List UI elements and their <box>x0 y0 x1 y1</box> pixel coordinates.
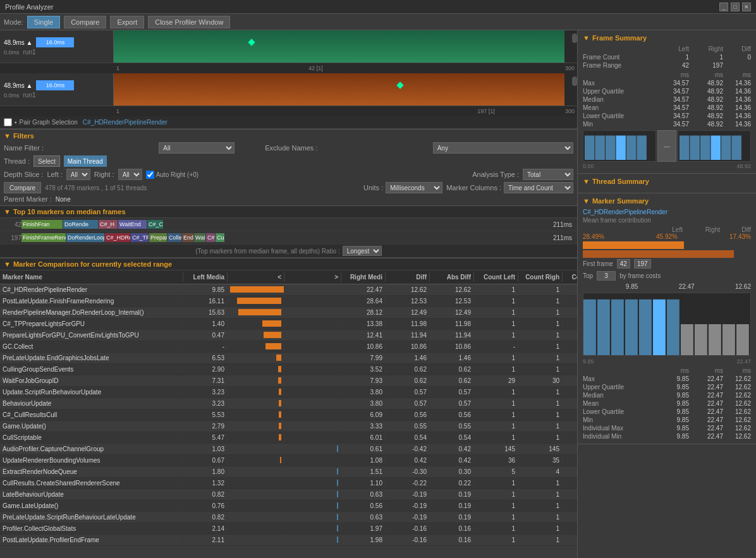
marker-columns-select[interactable]: Time and Count <box>504 182 573 193</box>
td-count-left: 1 <box>474 513 518 521</box>
close-btn[interactable]: ✕ <box>742 3 751 11</box>
table-row[interactable]: C#_TPPrepareLightsForGPU 1.40 13.38 11.9… <box>0 318 577 330</box>
td-left-media: 5.47 <box>183 434 228 442</box>
td-bar-right <box>284 346 341 348</box>
timeline-scrollbar1[interactable] <box>564 30 577 63</box>
td-diff: -0.22 <box>386 479 430 487</box>
close-profiler-btn[interactable]: Close Profiler Window <box>148 16 230 28</box>
timeline-marker-diamond1 <box>248 39 255 45</box>
compare-mode-btn[interactable]: Compare <box>64 16 106 28</box>
maximize-btn[interactable]: □ <box>731 3 740 11</box>
table-row[interactable]: Update.ScriptRunBehaviourUpdate 3.23 3.8… <box>0 387 577 398</box>
fs-uq-right: 48.92 <box>692 88 723 95</box>
td-abs-diff: 0.19 <box>430 513 474 521</box>
svg-rect-15 <box>625 300 638 355</box>
table-row[interactable]: CullingGroupSendEvents 2.90 3.52 0.62 0.… <box>0 364 577 375</box>
col-right-media[interactable]: Right Medi <box>341 272 386 282</box>
table-row[interactable]: PreLateUpdate.ScriptRunBehaviourLateUpda… <box>0 512 577 523</box>
col-diff[interactable]: Diff <box>386 272 430 282</box>
table-row[interactable]: CullResults.CreateSharedRendererScene 1.… <box>0 478 577 489</box>
marker-bar-197: FinishFrameRende DoRenderLoop_Ir C#_HDRe… <box>21 233 546 243</box>
analysis-type-select[interactable]: Total <box>523 169 573 180</box>
table-row[interactable]: PostLateUpdate.ProfilerEndFrame 2.11 1.9… <box>0 535 577 546</box>
table-row[interactable]: Game.LateUpdate() 0.76 0.56 -0.19 0.19 1… <box>0 500 577 512</box>
scrollbar-thumb2[interactable] <box>572 76 577 86</box>
table-row[interactable]: Profiler.CollectGlobalStats 2.14 1.97 -0… <box>0 523 577 535</box>
ratio-select[interactable]: Longest <box>343 246 382 256</box>
td-left-media: 3.23 <box>183 388 228 396</box>
td-count-delta: 0 <box>563 388 577 396</box>
pair-graph-checkbox[interactable] <box>4 118 12 126</box>
exclude-names-select[interactable]: Any <box>433 142 573 154</box>
window-controls[interactable]: _ □ ✕ <box>719 3 751 11</box>
marker-bar-42: FinishFran DoRende C#_H WaitEnd C#_Cu <box>21 219 546 229</box>
timeline-ticks2: 1 197 [1] 300 <box>0 106 577 116</box>
td-bar-right <box>284 513 341 522</box>
marker-summary-grid: Left Right Diff <box>583 226 751 233</box>
td-left-media: 1.32 <box>183 479 228 487</box>
single-mode-btn[interactable]: Single <box>27 16 61 28</box>
td-count-left: 1 <box>474 536 518 544</box>
col-bar-left[interactable]: < <box>228 272 284 282</box>
table-row[interactable]: RenderPipelineManager.DoRenderLoop_Inter… <box>0 307 577 318</box>
seg197-endc: EndC <box>182 233 193 242</box>
mst-mean-label: Mean <box>583 400 655 407</box>
fs-lq-diff: 14.36 <box>726 112 751 119</box>
units-select[interactable]: Milliseconds <box>386 182 442 193</box>
compare-btn[interactable]: Compare <box>4 182 41 193</box>
fsg-ms-right: ms <box>692 71 723 78</box>
mst-max-left: 9.85 <box>657 375 689 382</box>
seg-dorende: DoRende <box>63 220 98 229</box>
table-row[interactable]: Game.Update() 2.79 3.33 0.55 0.55 1 1 0 <box>0 421 577 432</box>
col-count-delta[interactable]: Count Delt <box>563 272 577 282</box>
export-btn[interactable]: Export <box>110 16 144 28</box>
td-abs-diff: 12.49 <box>430 308 474 317</box>
table-row[interactable]: C#_CullResultsCull 5.53 6.09 0.56 0.56 1… <box>0 409 577 421</box>
table-row[interactable]: CullScriptable 5.47 6.01 0.54 0.54 1 1 0 <box>0 432 577 444</box>
td-left-media: 0.67 <box>183 456 228 464</box>
col-abs-diff[interactable]: Abs Diff <box>430 272 474 282</box>
timeline-canvas1[interactable] <box>114 30 577 63</box>
depth-right-select[interactable]: All <box>118 169 142 180</box>
col-count-left[interactable]: Count Left <box>474 272 518 282</box>
auto-right-checkbox[interactable] <box>146 171 154 179</box>
scrollbar-thumb1[interactable] <box>572 33 577 43</box>
col-marker-name[interactable]: Marker Name <box>0 272 183 282</box>
table-row[interactable]: BehaviourUpdate 3.23 3.80 0.57 0.57 1 1 … <box>0 398 577 409</box>
auto-right-label[interactable]: Auto Right (+0) <box>146 171 199 179</box>
mst-median-right: 22.47 <box>692 392 723 399</box>
col-count-right[interactable]: Count Righ <box>518 272 563 282</box>
svg-rect-6 <box>680 136 689 161</box>
thread-select-btn[interactable]: Select <box>34 155 60 167</box>
name-filter-select[interactable]: All <box>159 142 235 154</box>
table-row[interactable]: PreLateUpdate.EndGraphicsJobsLate 6.53 7… <box>0 353 577 364</box>
fs-frame-count-label: Frame Count <box>583 54 655 61</box>
fs-frame-count-left: 1 <box>657 54 689 61</box>
table-row[interactable]: PrepareLightsForGPU_ConvertEnvLightsToGP… <box>0 330 577 341</box>
td-count-right: 1 <box>518 490 563 499</box>
td-bar-left <box>228 528 284 530</box>
table-row[interactable]: PostLateUpdate.FinishFrameRendering 16.1… <box>0 296 577 307</box>
fs-mean-diff: 14.36 <box>726 104 751 111</box>
depth-left-select[interactable]: All <box>66 169 90 180</box>
top-value[interactable]: 3 <box>597 271 616 281</box>
table-row[interactable]: LateBehaviourUpdate 0.82 0.63 -0.19 0.19… <box>0 489 577 500</box>
table-row[interactable]: WaitForJobGroupID 7.31 7.93 0.62 0.62 29… <box>0 375 577 387</box>
col-left-media[interactable]: Left Media <box>183 272 228 282</box>
table-row[interactable]: AudioProfiler.CaptureChannelGroup 1.03 0… <box>0 444 577 455</box>
minimize-btn[interactable]: _ <box>719 3 728 11</box>
table-row[interactable]: ExtractRenderNodeQueue 1.80 1.51 -0.30 0… <box>0 466 577 478</box>
fs-mean-left: 34.57 <box>657 104 689 111</box>
seg197-coll: Collect <box>168 233 181 242</box>
col-bar-right[interactable]: > <box>284 272 341 282</box>
table-row[interactable]: UpdateRendererBoundingVolumes 0.67 1.08 … <box>0 455 577 466</box>
pair-graph-checkbox-label[interactable]: ▪ Pair Graph Selection <box>4 118 78 126</box>
table-row[interactable]: C#_HDRenderPipelineRender 9.85 22.47 12.… <box>0 284 577 296</box>
timeline-scrollbar2[interactable] <box>564 73 577 106</box>
marker-time-197: 211ms <box>546 234 575 241</box>
timeline-canvas2[interactable] <box>114 73 577 106</box>
timeline-row2-label: 48.9ms ▲ 16.0ms 0.0ms run1 <box>0 73 114 106</box>
marker-summary-title: ▼ Marker Summary <box>583 197 751 205</box>
fs-frame-range-left: 42 <box>657 62 689 69</box>
table-row[interactable]: GC.Collect - 10.86 10.86 10.86 - 1 1 <box>0 341 577 353</box>
